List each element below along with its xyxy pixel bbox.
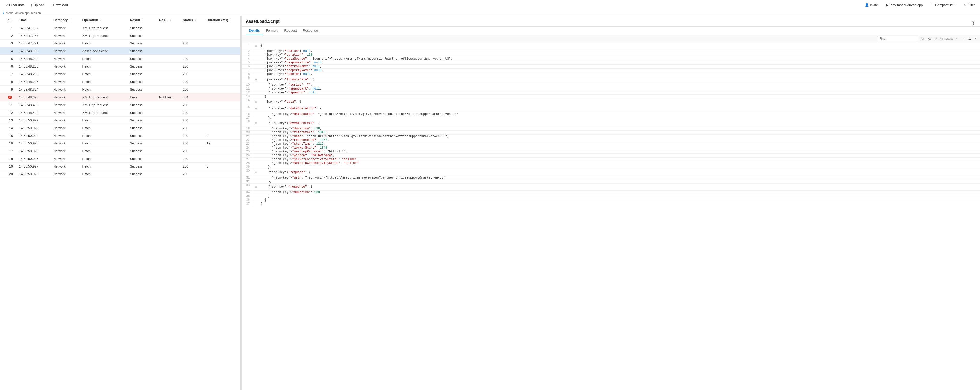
find-prev-button[interactable]: ← <box>955 36 959 41</box>
line-number: 36 <box>242 198 252 202</box>
cell-status: 200 <box>180 163 204 170</box>
data-table: Id ↕ Time ↕ Category ↕ Operation ↕ Resul… <box>0 16 240 178</box>
col-duration[interactable]: Duration (ms) ↕ <box>204 16 241 24</box>
table-row[interactable]: 314:58:47.771NetworkFetchSuccess200 <box>0 40 240 47</box>
line-number: 33 <box>242 184 252 190</box>
table-row[interactable]: 414:58:48.106NetworkAssetLoad.ScriptSucc… <box>0 47 240 55</box>
find-next-button[interactable]: → <box>961 36 966 41</box>
table-row[interactable]: 114:58:47.167NetworkXMLHttpRequestSucces… <box>0 24 240 32</box>
cell-category: Network <box>50 40 80 47</box>
fold-button <box>252 165 260 169</box>
line-content: }, <box>260 95 980 98</box>
table-row[interactable]: 814:58:48.296NetworkFetchSuccess200 <box>0 78 240 86</box>
col-time[interactable]: Time ↕ <box>16 16 50 24</box>
play-button[interactable]: ▶ Play model-driven app <box>884 2 925 8</box>
col-result[interactable]: Result ↕ <box>127 16 156 24</box>
tab-details[interactable]: Details <box>246 27 263 35</box>
fold-button[interactable]: ⊟ <box>252 184 260 190</box>
table-row[interactable]: 1914:58:50.927NetworkFetchSuccess2005 <box>0 163 240 170</box>
table-row[interactable]: 614:58:48.235NetworkFetchSuccess200 <box>0 63 240 70</box>
col-category[interactable]: Category ↕ <box>50 16 80 24</box>
table-row[interactable]: 1814:58:50.926NetworkFetchSuccess200 <box>0 155 240 163</box>
cell-duration: 0 <box>204 132 241 140</box>
table-row[interactable]: 914:58:48.324NetworkFetchSuccess200 <box>0 86 240 94</box>
cell-duration <box>204 63 241 70</box>
sort-icon-result: ↕ <box>142 19 143 22</box>
col-res[interactable]: Res... ↕ <box>156 16 180 24</box>
close-detail-button[interactable]: ❯ <box>970 19 976 26</box>
fold-button <box>252 176 260 180</box>
line-number: 2 <box>242 49 252 53</box>
table-row[interactable]: 1214:58:48.494NetworkXMLHttpRequestSucce… <box>0 109 240 117</box>
line-content: "json-key">"url": "json-url">"https://me… <box>260 176 980 180</box>
find-close-button[interactable]: ✕ <box>974 36 978 41</box>
cell-status: 200 <box>180 101 204 109</box>
line-number: 13 <box>242 95 252 98</box>
cell-operation: Fetch <box>80 124 127 132</box>
table-row[interactable]: 1314:58:50.922NetworkFetchSuccess200 <box>0 117 240 124</box>
detail-title: AssetLoad.Script <box>246 19 280 26</box>
col-status[interactable]: Status ↕ <box>180 16 204 24</box>
code-line: 8 "json-key">"nodeId": null, <box>242 72 980 76</box>
fold-button <box>252 154 260 157</box>
filter-button[interactable]: ⚲ Filter <box>962 2 977 8</box>
fold-button[interactable]: ⊟ <box>252 98 260 105</box>
cell-result: Success <box>127 86 156 94</box>
tab-request[interactable]: Request <box>281 27 300 35</box>
cell-result: Success <box>127 47 156 55</box>
cell-time: 14:58:50.925 <box>16 140 50 147</box>
table-row[interactable]: 2014:58:50.928NetworkFetchSuccess200 <box>0 170 240 178</box>
find-input[interactable] <box>877 36 918 41</box>
cell-operation: AssetLoad.Script <box>80 47 127 55</box>
table-row[interactable]: 1414:58:50.922NetworkFetchSuccess200 <box>0 124 240 132</box>
line-content: "json-key">"data": { <box>260 98 980 105</box>
fold-button[interactable]: ⊟ <box>252 169 260 176</box>
fold-button <box>252 190 260 194</box>
sort-icon-duration: ↕ <box>230 19 231 22</box>
clear-data-button[interactable]: ✕ Clear data <box>3 2 27 8</box>
table-row[interactable]: 714:58:48.236NetworkFetchSuccess200 <box>0 70 240 78</box>
line-number: 22 <box>242 138 252 142</box>
fold-button[interactable]: ⊟ <box>252 43 260 49</box>
col-id[interactable]: Id ↕ <box>0 16 16 24</box>
fold-button[interactable]: ⊟ <box>252 105 260 112</box>
download-button[interactable]: ↓ Download <box>48 2 70 8</box>
table-row[interactable]: 1614:58:50.925NetworkFetchSuccess2001,( <box>0 140 240 147</box>
table-row[interactable]: 1514:58:50.924NetworkFetchSuccess2000 <box>0 132 240 140</box>
cell-category: Network <box>50 132 80 140</box>
fold-button[interactable]: ⊟ <box>252 76 260 83</box>
cell-res <box>156 124 180 132</box>
find-list-button[interactable]: ☰ <box>967 36 972 41</box>
line-content: "json-key">"script": "", <box>260 83 980 87</box>
table-row[interactable]: ✕14:58:48.378NetworkXMLHttpRequestErrorN… <box>0 94 240 101</box>
cell-duration <box>204 40 241 47</box>
cell-status <box>180 32 204 40</box>
cell-duration <box>204 147 241 155</box>
fold-button[interactable]: ⊟ <box>252 120 260 127</box>
line-content: "json-key">"status": null, <box>260 49 980 53</box>
regex-button[interactable]: .* <box>934 36 938 41</box>
cell-time: 14:58:50.922 <box>16 124 50 132</box>
table-row[interactable]: 1714:58:50.925NetworkFetchSuccess200 <box>0 147 240 155</box>
compact-list-button[interactable]: ☰ Compact list ▾ <box>929 2 958 8</box>
col-operation[interactable]: Operation ↕ <box>80 16 127 24</box>
invite-button[interactable]: 👤 Invite <box>863 2 880 8</box>
code-line: 22 "json-key">"responseEnd": 1357, <box>242 138 980 142</box>
tab-formula[interactable]: Formula <box>263 27 282 35</box>
line-number: 3 <box>242 53 252 57</box>
match-case-button[interactable]: Aa <box>920 36 925 41</box>
code-area[interactable]: 1⊟{2 "json-key">"status": null,3 "json-k… <box>242 43 980 390</box>
table-row[interactable]: 214:58:47.167NetworkXMLHttpRequestSucces… <box>0 32 240 40</box>
cell-status: 200 <box>180 124 204 132</box>
cell-res <box>156 117 180 124</box>
match-word-button[interactable]: A̲b <box>927 36 932 41</box>
fold-button <box>252 180 260 184</box>
line-content: }, <box>260 116 980 120</box>
table-body: 114:58:47.167NetworkXMLHttpRequestSucces… <box>0 24 240 178</box>
cell-operation: Fetch <box>80 70 127 78</box>
table-row[interactable]: 1114:58:48.453NetworkXMLHttpRequestSucce… <box>0 101 240 109</box>
tab-response[interactable]: Response <box>300 27 321 35</box>
table-row[interactable]: 514:58:48.233NetworkFetchSuccess200 <box>0 55 240 63</box>
table-container[interactable]: Id ↕ Time ↕ Category ↕ Operation ↕ Resul… <box>0 16 240 390</box>
upload-button[interactable]: ↑ Upload <box>29 2 46 8</box>
